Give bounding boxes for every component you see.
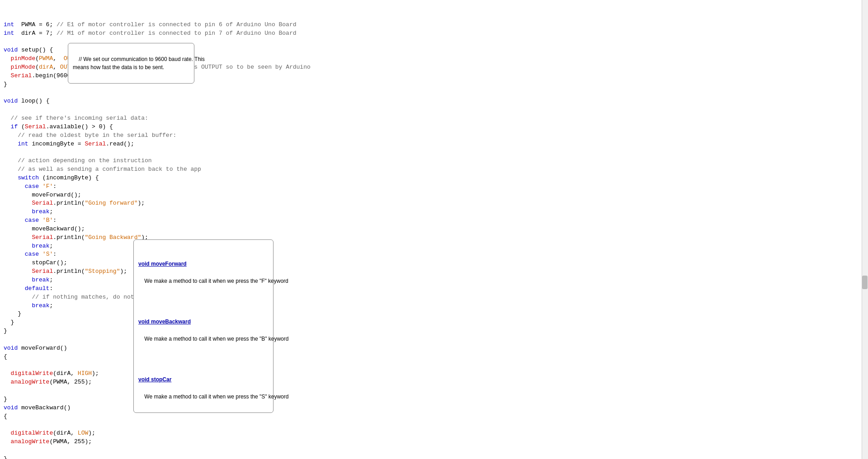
keyword-int-2: int (4, 30, 14, 37)
keyword-void-setup: void (4, 47, 18, 53)
serial-begin: Serial (11, 72, 32, 79)
tooltip-methods: void moveForward We make a method to cal… (133, 239, 274, 413)
scrollbar[interactable] (862, 0, 868, 459)
pinmode-pwma: pinMode (11, 55, 36, 62)
tooltip-serial-begin-text: // We set our communication to 9600 baud… (73, 56, 205, 70)
tooltip-serial-begin: // We set our communication to 9600 baud… (68, 43, 194, 84)
tooltip-stopcar-title: void stopCar (138, 375, 269, 384)
code-editor: int PWMA = 6; // E1 of motor controller … (0, 0, 868, 459)
tooltip-moveforward-title: void moveForward (138, 260, 269, 268)
keyword-void-movebackward: void (4, 404, 18, 411)
tooltip-movebackward-title: void moveBackward (138, 318, 269, 326)
keyword-void-loop: void (4, 98, 18, 104)
tooltip-moveforward-body: We make a method to call it when we pres… (144, 278, 288, 284)
pinmode-dira: pinMode (11, 64, 36, 70)
keyword-void-moveforward: void (4, 345, 18, 351)
scrollbar-thumb[interactable] (862, 276, 868, 289)
tooltip-stopcar-body: We make a method to call it when we pres… (144, 393, 288, 400)
tooltip-movebackward-body: We make a method to call it when we pres… (144, 336, 288, 342)
keyword-int-1: int (4, 21, 14, 28)
